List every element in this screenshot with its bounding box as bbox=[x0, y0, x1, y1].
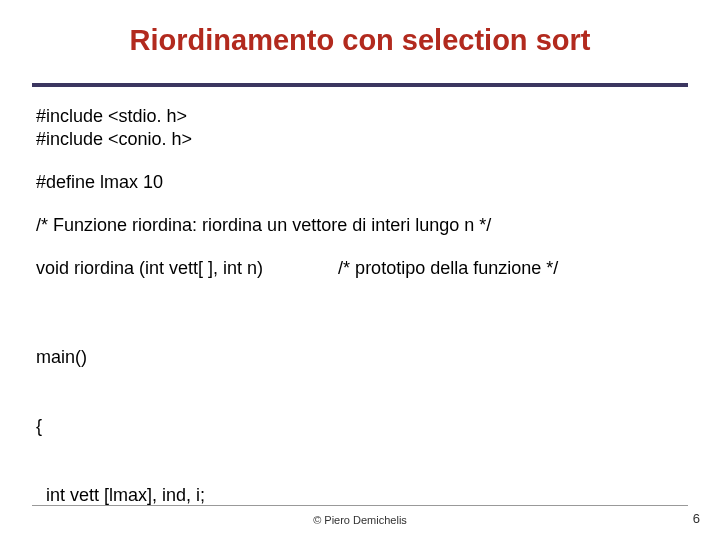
code-prototype: void riordina (int vett[ ], int n) /* pr… bbox=[36, 257, 684, 280]
code-includes: #include <stdio. h> #include <conio. h> bbox=[36, 105, 684, 151]
code-line: /* Funzione riordina: riordina un vettor… bbox=[36, 214, 684, 237]
code-line: { bbox=[36, 415, 684, 438]
page-number: 6 bbox=[693, 511, 700, 526]
code-define: #define lmax 10 bbox=[36, 171, 684, 194]
prototype-comment: /* prototipo della funzione */ bbox=[338, 258, 558, 278]
slide-body: #include <stdio. h> #include <conio. h> … bbox=[36, 105, 684, 540]
prototype-signature: void riordina (int vett[ ], int n) bbox=[36, 258, 263, 278]
copyright-text: © Piero Demichelis bbox=[0, 514, 720, 526]
code-line: #define lmax 10 bbox=[36, 171, 684, 194]
code-line: main() bbox=[36, 346, 684, 369]
code-comment-function: /* Funzione riordina: riordina un vettor… bbox=[36, 214, 684, 237]
code-line: #include <stdio. h> bbox=[36, 105, 684, 128]
title-divider bbox=[32, 83, 688, 87]
code-line: #include <conio. h> bbox=[36, 128, 684, 151]
code-line: int vett [lmax], ind, i; bbox=[36, 484, 684, 507]
slide-title: Riordinamento con selection sort bbox=[36, 24, 684, 65]
footer-divider bbox=[32, 505, 688, 506]
